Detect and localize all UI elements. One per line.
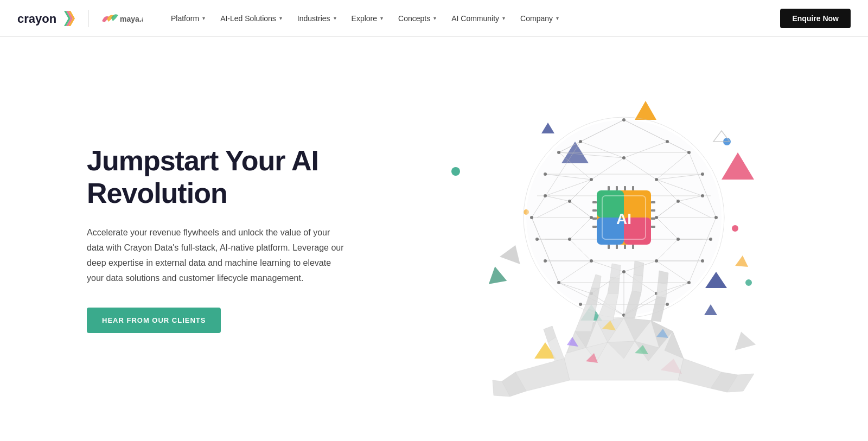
nav-item-industries[interactable]: Industries ▾ bbox=[291, 10, 343, 27]
svg-marker-162 bbox=[610, 264, 621, 278]
svg-point-7 bbox=[745, 279, 752, 286]
svg-marker-19 bbox=[704, 304, 717, 315]
svg-point-93 bbox=[687, 151, 691, 154]
svg-rect-131 bbox=[592, 218, 597, 220]
logo-group: crayon maya.ai bbox=[17, 9, 143, 28]
svg-marker-10 bbox=[635, 101, 656, 120]
chevron-down-icon: ▾ bbox=[334, 15, 336, 21]
svg-marker-164 bbox=[632, 274, 643, 292]
hero-illustration-svg: AI bbox=[407, 71, 787, 407]
chevron-down-icon: ▾ bbox=[556, 15, 559, 21]
svg-rect-137 bbox=[608, 186, 610, 190]
hero-illustration: AI bbox=[369, 71, 825, 407]
svg-rect-139 bbox=[624, 186, 626, 190]
chevron-down-icon: ▾ bbox=[380, 15, 383, 21]
nav-label-platform: Platform bbox=[171, 14, 199, 23]
svg-point-110 bbox=[535, 238, 539, 241]
chevron-down-icon: ▾ bbox=[279, 15, 282, 21]
svg-point-9 bbox=[732, 225, 738, 232]
svg-point-112 bbox=[590, 259, 593, 263]
svg-rect-135 bbox=[651, 218, 655, 220]
nav-item-concepts[interactable]: Concepts ▾ bbox=[392, 10, 443, 27]
svg-point-98 bbox=[701, 172, 704, 176]
svg-point-99 bbox=[568, 200, 571, 203]
nav-item-ai-led-solutions[interactable]: AI-Led Solutions ▾ bbox=[214, 10, 289, 27]
svg-point-114 bbox=[544, 259, 547, 263]
nav-label-ai-led-solutions: AI-Led Solutions bbox=[220, 14, 276, 23]
svg-text:crayon: crayon bbox=[17, 12, 56, 25]
svg-point-117 bbox=[557, 281, 560, 284]
svg-rect-144 bbox=[632, 245, 634, 249]
svg-point-92 bbox=[557, 151, 560, 154]
logo-divider bbox=[88, 10, 88, 27]
hear-from-clients-button[interactable]: HEAR FROM OUR CLIENTS bbox=[87, 308, 221, 333]
svg-point-118 bbox=[687, 281, 691, 284]
svg-point-109 bbox=[676, 238, 680, 241]
svg-rect-142 bbox=[616, 245, 618, 249]
svg-point-94 bbox=[622, 156, 626, 159]
svg-point-102 bbox=[701, 194, 704, 197]
svg-marker-167 bbox=[656, 283, 667, 298]
svg-point-90 bbox=[579, 140, 582, 143]
svg-rect-136 bbox=[651, 226, 655, 228]
svg-text:maya.ai: maya.ai bbox=[120, 15, 143, 23]
svg-marker-184 bbox=[735, 254, 749, 266]
svg-point-111 bbox=[709, 238, 712, 241]
svg-rect-134 bbox=[651, 209, 655, 212]
hero-section: Jumpstart Your AI Revolution Accelerate … bbox=[0, 37, 868, 441]
svg-rect-140 bbox=[632, 186, 634, 190]
svg-marker-165 bbox=[634, 261, 644, 276]
nav-label-ai-community: AI Community bbox=[451, 14, 499, 23]
svg-point-116 bbox=[622, 270, 626, 273]
nav-label-explore: Explore bbox=[352, 14, 377, 23]
svg-point-5 bbox=[451, 167, 460, 176]
nav-label-concepts: Concepts bbox=[398, 14, 430, 23]
nav-links: Platform ▾ AI-Led Solutions ▾ Industries… bbox=[164, 10, 780, 27]
svg-point-113 bbox=[655, 259, 658, 263]
svg-marker-182 bbox=[486, 265, 507, 284]
hero-description: Accelerate your revenue flywheels and un… bbox=[87, 225, 347, 286]
chevron-down-icon: ▾ bbox=[433, 15, 436, 21]
svg-point-107 bbox=[714, 216, 718, 219]
nav-item-explore[interactable]: Explore ▾ bbox=[345, 10, 390, 27]
maya-logo-svg: maya.ai bbox=[99, 10, 143, 27]
nav-item-platform[interactable]: Platform ▾ bbox=[164, 10, 212, 27]
maya-logo[interactable]: maya.ai bbox=[99, 10, 143, 27]
svg-point-115 bbox=[701, 259, 704, 263]
svg-rect-141 bbox=[608, 245, 610, 249]
svg-marker-13 bbox=[722, 152, 754, 180]
svg-point-108 bbox=[568, 238, 571, 241]
svg-point-96 bbox=[655, 178, 658, 181]
enquire-now-button[interactable]: Enquire Now bbox=[780, 9, 851, 28]
svg-rect-132 bbox=[592, 226, 597, 228]
chevron-down-icon: ▾ bbox=[202, 15, 205, 21]
nav-label-industries: Industries bbox=[297, 14, 330, 23]
svg-point-95 bbox=[590, 178, 593, 181]
hero-title: Jumpstart Your AI Revolution bbox=[87, 145, 369, 210]
nav-item-ai-community[interactable]: AI Community ▾ bbox=[445, 10, 512, 27]
svg-rect-129 bbox=[592, 201, 597, 203]
svg-point-122 bbox=[579, 303, 582, 306]
nav-label-company: Company bbox=[520, 14, 553, 23]
svg-rect-143 bbox=[624, 245, 626, 249]
svg-marker-14 bbox=[500, 241, 526, 264]
crayon-logo[interactable]: crayon bbox=[17, 9, 77, 28]
navbar: crayon maya.ai Platform ▾ A bbox=[0, 0, 868, 37]
nav-item-company[interactable]: Company ▾ bbox=[514, 10, 565, 27]
svg-point-97 bbox=[544, 172, 547, 176]
crayon-logo-svg: crayon bbox=[17, 9, 77, 28]
svg-point-100 bbox=[676, 200, 680, 203]
svg-text:AI: AI bbox=[616, 210, 631, 227]
svg-rect-138 bbox=[616, 186, 618, 190]
svg-point-123 bbox=[666, 303, 669, 306]
hero-content: Jumpstart Your AI Revolution Accelerate … bbox=[87, 145, 369, 333]
svg-rect-133 bbox=[651, 201, 655, 203]
svg-marker-183 bbox=[541, 123, 554, 133]
svg-point-103 bbox=[530, 216, 533, 219]
chevron-down-icon: ▾ bbox=[502, 15, 505, 21]
svg-marker-168 bbox=[658, 271, 668, 284]
svg-marker-15 bbox=[731, 329, 756, 350]
svg-point-91 bbox=[666, 140, 669, 143]
svg-point-89 bbox=[622, 118, 626, 122]
svg-marker-12 bbox=[705, 272, 727, 288]
